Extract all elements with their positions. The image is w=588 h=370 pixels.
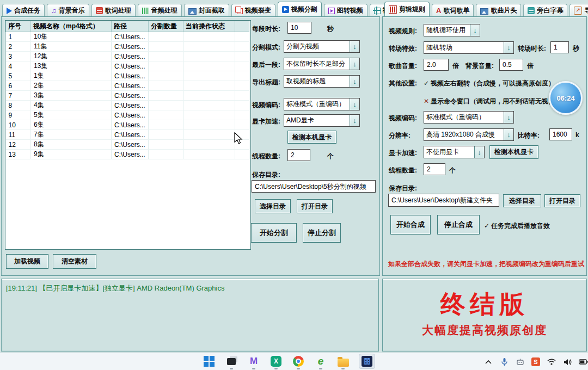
chevron-down-icon[interactable]: ↓ — [350, 58, 359, 70]
tab-audio-process[interactable]: 音频处理 — [138, 4, 182, 17]
table-row[interactable]: 51集C:\Users... — [6, 71, 249, 81]
table-row[interactable]: 128集C:\Users... — [6, 140, 249, 150]
table-row[interactable]: 95集C:\Users... — [6, 110, 249, 120]
start-compose-button[interactable]: 开始合成 — [390, 215, 431, 235]
choose-dir-button[interactable]: 选择目录 — [255, 199, 291, 213]
cell-name: 11集 — [31, 42, 112, 52]
cell-name: 3集 — [31, 91, 112, 101]
chevron-down-icon[interactable]: ↓ — [474, 146, 484, 158]
save-dir-label: 保存目录: — [252, 170, 280, 180]
col-split-count[interactable]: 分割数量 — [149, 21, 183, 32]
tab-lyrics-playlist[interactable]: A 歌词歌单 — [432, 4, 474, 17]
table-row[interactable]: 62集C:\Users... — [6, 81, 249, 91]
x-green-app-icon[interactable]: X — [270, 355, 283, 368]
floating-timer-widget[interactable]: 06:24 — [549, 81, 583, 115]
compose-encode-select[interactable]: 标准模式（重编码） ↓ — [424, 111, 514, 124]
wifi-icon[interactable] — [547, 357, 556, 367]
col-video-name[interactable]: 视频名称（mp4格式） — [31, 21, 112, 32]
table-row[interactable]: 73集C:\Users... — [6, 91, 249, 101]
start-split-button[interactable]: 开始分割 — [251, 223, 297, 243]
gpu-accel-select[interactable]: AMD显卡 ↓ — [284, 114, 360, 127]
tab-bg-music[interactable]: ♫ 背景音乐 — [47, 4, 89, 17]
resolution-select[interactable]: 高清 1920x1080 合成慢 ↓ — [424, 128, 514, 141]
threads-label: 线程数量: — [252, 152, 280, 161]
table-row[interactable]: 312集C:\Users... — [6, 52, 249, 61]
table-row[interactable]: 117集C:\Users... — [6, 130, 249, 140]
compose-choose-dir-button[interactable]: 选择目录 — [503, 194, 541, 207]
cell-no: 4 — [6, 61, 31, 71]
tab-narration-subtitle[interactable]: 旁白字幕 — [523, 4, 567, 17]
chevron-down-icon[interactable]: ↓ — [350, 98, 359, 110]
video-rule-value: 随机循环使用 — [424, 24, 470, 36]
chevron-down-icon[interactable]: ↓ — [504, 42, 513, 53]
tab-lyrics-process[interactable]: 歌词处理 — [91, 4, 136, 17]
tab-video-split[interactable]: 视频分割 — [278, 2, 322, 17]
tab-song-intro[interactable]: 歌曲片头 — [476, 4, 521, 17]
sogou-icon[interactable]: S — [531, 357, 541, 367]
chevron-down-icon[interactable]: ↓ — [350, 41, 359, 52]
flip-video-checkbox[interactable]: ✓视频左右翻转（合成慢，可以提高原创度） — [424, 79, 555, 88]
ime-icon[interactable] — [515, 357, 525, 367]
compose-detect-gpu-button[interactable]: 检测本机显卡 — [489, 145, 538, 159]
tray-expand-icon[interactable] — [483, 357, 493, 367]
col-index[interactable]: 序号 — [6, 21, 31, 32]
tab-cover-capture[interactable]: 封面截取 — [184, 4, 229, 17]
e-browser-icon[interactable]: e — [314, 355, 327, 368]
segment-duration-input[interactable]: 10 — [287, 22, 311, 34]
split-mode-select[interactable]: 分割为视频 ↓ — [284, 40, 360, 53]
m-app-icon[interactable]: M — [247, 355, 260, 368]
show-cmd-checkbox[interactable]: ✕显示命令窗口（调试用，用不到话请无视） — [424, 97, 555, 106]
task-view-icon[interactable] — [225, 355, 238, 368]
table-row[interactable]: 110集C:\Users... — [6, 32, 249, 42]
table-row[interactable]: 413集C:\Users... — [6, 61, 249, 71]
stop-split-button[interactable]: 停止分割 — [303, 223, 341, 243]
tab-video-fission[interactable]: 视频裂变 — [231, 4, 275, 17]
chevron-down-icon[interactable]: ↓ — [470, 24, 480, 36]
file-explorer-icon[interactable] — [336, 355, 350, 368]
chevron-down-icon[interactable]: ↓ — [350, 115, 359, 126]
cell-filler — [235, 42, 249, 52]
active-app-icon[interactable] — [359, 354, 375, 369]
transition-duration-input[interactable]: 1 — [550, 41, 569, 53]
tab-export-title[interactable]: 导出标题 — [569, 4, 588, 17]
table-row[interactable]: 211集C:\Users... — [6, 42, 249, 52]
tab-edit-rules[interactable]: 剪辑规则 — [384, 2, 430, 17]
table-row[interactable]: 139集C:\Users... — [6, 150, 249, 159]
compose-save-dir-input[interactable]: C:\Users\User\Desktop\新建文件夹 — [388, 194, 499, 207]
last-segment-select[interactable]: 不保留时长不足部分 ↓ — [284, 58, 360, 70]
table-row[interactable]: 106集C:\Users... — [6, 120, 249, 130]
open-dir-button[interactable]: 打开目录 — [297, 199, 333, 213]
windows-start-icon[interactable] — [203, 355, 216, 368]
detect-gpu-button[interactable]: 检测本机显卡 — [287, 131, 336, 144]
stop-compose-button[interactable]: 停止合成 — [437, 215, 480, 235]
microphone-icon[interactable] — [499, 357, 509, 367]
volume-icon[interactable] — [562, 357, 572, 367]
bitrate-input[interactable]: 1600 — [549, 128, 572, 140]
chrome-icon[interactable] — [292, 355, 305, 368]
bg-volume-input[interactable]: 0.5 — [499, 59, 523, 71]
song-volume-input[interactable]: 2.0 — [424, 59, 449, 71]
compose-open-dir-button[interactable]: 打开目录 — [544, 194, 580, 207]
cell-name: 12集 — [31, 52, 112, 61]
tab-compose-task[interactable]: 合成任务 — [2, 4, 45, 17]
play-sound-checkbox[interactable]: ✓任务完成后播放音效 — [484, 221, 550, 231]
col-status[interactable]: 当前操作状态 — [183, 21, 235, 32]
video-rule-select[interactable]: 随机循环使用 ↓ — [424, 24, 480, 36]
export-title-select[interactable]: 取视频的标题 ↓ — [284, 75, 360, 88]
encode-select[interactable]: 标准模式（重编码） ↓ — [284, 98, 360, 110]
transition-select[interactable]: 随机转场 ↓ — [424, 41, 514, 54]
compose-threads-input[interactable]: 2 — [424, 163, 445, 175]
chevron-down-icon[interactable]: ↓ — [350, 76, 359, 87]
col-path[interactable]: 路径 — [112, 21, 149, 32]
chevron-down-icon[interactable]: ↓ — [504, 129, 513, 140]
table-row[interactable]: 84集C:\Users... — [6, 101, 249, 110]
save-dir-input[interactable]: C:\Users\User\Desktop\5秒分割的视频 — [252, 180, 376, 193]
chevron-down-icon[interactable]: ↓ — [504, 112, 513, 123]
compose-gpu-select[interactable]: 不使用显卡 ↓ — [424, 146, 485, 158]
tab-image-to-video[interactable]: 图转视频 — [324, 4, 367, 17]
load-videos-button[interactable]: 加载视频 — [6, 254, 48, 269]
threads-unit: 个 — [327, 152, 334, 161]
battery-icon[interactable] — [578, 357, 588, 367]
threads-input[interactable]: 2 — [287, 149, 310, 161]
clear-materials-button[interactable]: 清空素材 — [53, 254, 96, 269]
